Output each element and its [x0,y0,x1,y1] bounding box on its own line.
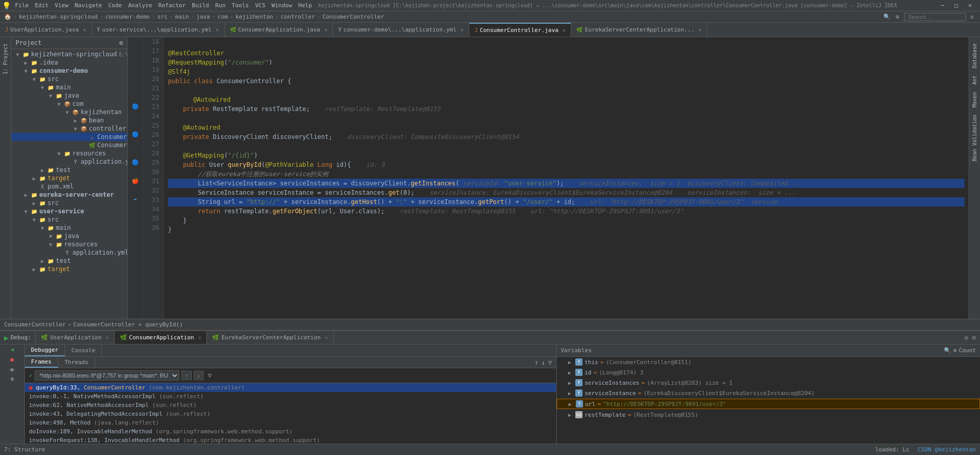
tree-eureka-src[interactable]: ▶ 📁 src [11,199,127,207]
breadcrumb-com[interactable]: com [218,13,228,20]
tree-app-yml[interactable]: Y application.yml [11,158,127,166]
status-structure-toggle[interactable]: 7: Structure [4,446,45,453]
tab-user-service-yml[interactable]: Y user-service\...\application.yml ✕ [92,23,225,37]
debug-gear-icon[interactable]: ⚙ [964,334,968,341]
thread-selector[interactable]: *http-nio-8080-exec-9*@7,757 in group *m… [35,370,179,381]
search-input[interactable] [904,13,966,21]
update-icon[interactable]: ↻ [970,13,974,20]
tree-us-target[interactable]: ▶ 📁 target [11,265,127,273]
tab-consumer-controller[interactable]: J ConsumerController.java ✕ [469,23,571,37]
tree-us-java[interactable]: ▼ 📁 java [11,232,127,240]
tree-eureka[interactable]: ▶ 📁 eureka-server-center [11,191,127,199]
tree-root-item[interactable]: ▼ 📁 kejizhentan-springcloud E:\kejizhen-… [11,50,127,58]
menu-file[interactable]: File [15,2,29,9]
search-everywhere-icon[interactable]: 🔍 [883,13,891,20]
tree-bean[interactable]: ▶ 📦 bean [11,116,127,124]
debug-tab-eureka-app[interactable]: 🌿 EurekaServerCenterApplication ✕ [207,331,333,344]
tab-close-eureka[interactable]: ✕ [698,27,701,33]
debug-close-user-app[interactable]: ✕ [106,335,109,340]
menu-refactor[interactable]: Refactor [158,2,186,9]
menu-build[interactable]: Build [192,2,209,9]
debug-layout-icon[interactable]: ⊞ [972,334,976,341]
tree-us-src[interactable]: ▼ 📁 src [11,215,127,224]
tree-us-yml[interactable]: Y application.yml [11,248,127,257]
settings-icon[interactable]: ⚙ [896,13,899,20]
thread-filter-btn[interactable]: ▽ [208,372,211,379]
project-panel-toggle[interactable]: 1: Project [2,41,9,76]
debug-stop-btn[interactable]: ■ [8,356,16,364]
cog-icon[interactable]: ⚙ [119,39,123,46]
frame-item-5[interactable]: doInvoke:189, InvocableHandlerMethod (or… [25,427,556,436]
menu-run[interactable]: Run [215,2,225,9]
menu-navigate[interactable]: Navigate [75,2,102,9]
frames-filter-btn[interactable]: ▽ [548,359,552,366]
sub-tab-console[interactable]: Console [65,344,102,356]
debug-tab-consumer-app[interactable]: 🌿 ConsumerApplication ✕ [115,331,207,344]
thread-nav-up[interactable]: ↑ [181,371,192,380]
debug-settings-btn[interactable]: ⚙ [8,375,16,383]
var-service-instance[interactable]: ▶ f serviceInstance = (EurekaDiscoveryCl… [557,388,980,398]
debug-settings[interactable]: ⚙ ⊞ [960,331,980,344]
frames-tab[interactable]: Frames [25,357,58,368]
debug-close-consumer-app[interactable]: ✕ [198,335,201,340]
menu-view[interactable]: View [55,2,69,9]
debug-close-eureka-app[interactable]: ✕ [325,335,328,340]
var-service-instances[interactable]: ▶ f serviceInstances = (ArrayList@8203) … [557,378,980,388]
bean-validation-panel-toggle[interactable]: Bean Validation [971,113,978,163]
frame-item-1[interactable]: invoke:0,-1, NativeMethodAccessorImpl (s… [25,392,556,401]
tab-close-user-application[interactable]: ✕ [83,27,86,33]
tree-user-service[interactable]: ▼ 📁 user-service [11,207,127,215]
tab-consumer-application[interactable]: 🌿 ConsumerApplication.java ✕ [225,23,333,37]
breadcrumb-java[interactable]: java [196,13,210,20]
database-panel-toggle[interactable]: Database [971,41,978,70]
tab-close-yml1[interactable]: ✕ [216,27,219,33]
breadcrumb-main[interactable]: main [175,13,189,20]
frame-item-4[interactable]: invoke:498, Method (java.lang.reflect) [25,418,556,427]
breadcrumb-src[interactable]: src [157,13,167,20]
var-search-icon[interactable]: 🔍 [944,347,951,354]
tab-user-application[interactable]: J UserApplication.java ✕ [0,23,92,37]
tab-consumer-yml[interactable]: Y consumer-demo\...\application.yml ✕ [333,23,469,37]
debug-view-btn[interactable]: 👁 [8,366,17,373]
tree-us-test[interactable]: ▶ 📁 test [11,257,127,265]
breadcrumb-project[interactable]: 🏠 [4,13,11,20]
window-minimize[interactable]: ─ [941,2,944,9]
breadcrumb-springcloud[interactable]: kejizhentan-springcloud [19,13,98,20]
tree-target[interactable]: ▶ 📁 target [11,174,127,182]
frame-item-0[interactable]: ■ queryById:33, ConsumerController (com.… [25,383,556,392]
tree-idea[interactable]: ▶ 📁 .idea [11,58,127,67]
tab-eureka-app[interactable]: 🌿 EurekaServerCenterApplication... ✕ [571,23,707,37]
window-close[interactable]: ✕ [968,2,972,9]
menu-tools[interactable]: Tools [232,2,249,9]
tree-main[interactable]: ▼ 📁 main [11,83,127,91]
menu-vcs[interactable]: VCS [255,2,265,9]
threads-tab[interactable]: Threads [58,357,95,368]
breadcrumb-kejizhentan[interactable]: kejizhentan [236,13,273,20]
menu-window[interactable]: Window [271,2,292,9]
frame-item-6[interactable]: invokeForRequest:138, InvocableHandlerMe… [25,436,556,444]
tree-us-res[interactable]: ▼ 📁 resources [11,240,127,248]
var-this[interactable]: ▶ f this = (ConsumerController@8151) [557,357,980,367]
breadcrumb-consumer-demo[interactable]: consumer-demo [105,13,150,20]
tab-close-consumer-controller[interactable]: ✕ [562,27,565,33]
frame-item-3[interactable]: invoke:43, DelegatingMethodAccessorImpl … [25,410,556,418]
breadcrumb-controller[interactable]: controller [281,13,315,20]
frames-up-btn[interactable]: ↑ [534,359,538,366]
tree-resources[interactable]: ▼ 📁 resources [11,149,127,158]
tree-controller[interactable]: ▼ 📦 controller [11,124,127,133]
tree-consumer-controller-file[interactable]: ☕ ConsumerController [11,133,127,141]
var-url[interactable]: ▶ f url = "http://DESKTOP-29SP9JT:9091/u… [557,399,980,409]
sub-tab-debugger[interactable]: Debugger [25,344,65,356]
thread-nav-down[interactable]: ↓ [194,371,204,380]
frames-down-btn[interactable]: ↓ [542,359,545,366]
project-header-icons[interactable]: ⚙ [119,39,123,46]
tree-src[interactable]: ▼ 📁 src [11,75,127,83]
menu-help[interactable]: Help [298,2,312,9]
tree-consumer-demo[interactable]: ▼ 📁 consumer-demo [11,67,127,75]
code-breadcrumb-controller[interactable]: ConsumerController [4,321,66,328]
tab-close-yml2[interactable]: ✕ [461,27,464,33]
tree-us-main[interactable]: ▼ 📁 main [11,224,127,232]
tree-test[interactable]: ▶ 📁 test [11,166,127,174]
code-editor[interactable]: @RestController @RequestMapping("/consum… [164,37,969,319]
var-id[interactable]: ▶ f id = (Long@8174) 3 [557,367,980,378]
